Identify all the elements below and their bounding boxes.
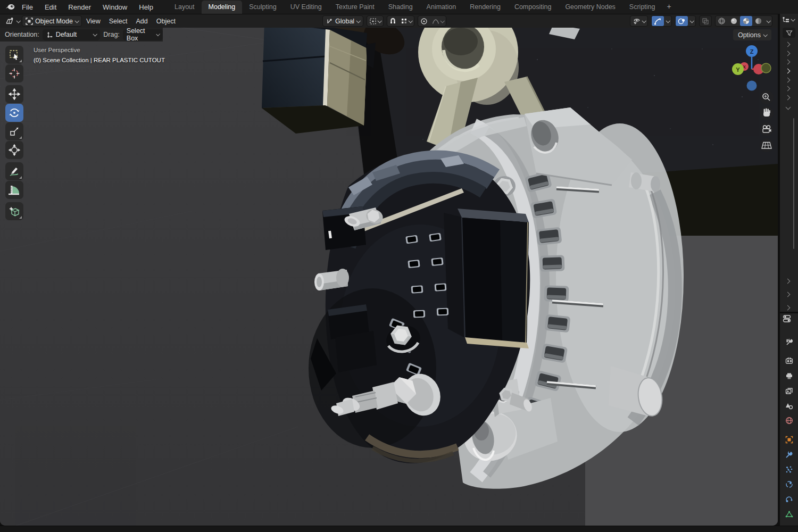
menu-view[interactable]: View [82, 18, 105, 25]
outliner-expand-row[interactable] [785, 95, 791, 101]
tool-add-cube[interactable] [5, 202, 23, 220]
properties-tab-scene[interactable] [784, 401, 794, 411]
properties-tab-physics[interactable] [784, 479, 794, 489]
snap-toggle[interactable] [387, 16, 398, 26]
zoom-button[interactable] [760, 90, 774, 104]
outliner-expand-row[interactable] [785, 60, 791, 65]
viewport-scene[interactable]: X Y Z [0, 28, 778, 526]
3d-viewport[interactable]: X Y Z [0, 28, 778, 526]
drag-label: Drag: [103, 31, 120, 38]
outliner-scrollbar[interactable] [793, 118, 794, 249]
xray-icon [702, 18, 709, 25]
transform-orientation-dropdown[interactable]: Global [322, 15, 363, 27]
tab-animation[interactable]: Animation [420, 1, 463, 14]
tool-measure[interactable] [5, 181, 23, 199]
menu-edit[interactable]: Edit [39, 3, 62, 11]
tab-uv-editing[interactable]: UV Editing [284, 1, 329, 14]
tab-modeling[interactable]: Modeling [202, 1, 243, 14]
options-button[interactable]: Options [733, 29, 771, 40]
show-overlays-toggle[interactable] [676, 16, 688, 26]
outliner-expand-row-active[interactable] [785, 69, 791, 74]
menu-help[interactable]: Help [133, 3, 159, 11]
outliner-expand-row[interactable] [785, 51, 791, 56]
properties-tab-view-layer[interactable] [784, 386, 794, 396]
menu-select[interactable]: Select [105, 18, 132, 25]
tool-cursor[interactable] [5, 64, 23, 82]
object-visibility-dropdown[interactable] [630, 15, 648, 27]
toolbar-group-select [5, 46, 23, 82]
orientation-dropdown[interactable]: Default [43, 29, 101, 40]
proportional-editing-toggle[interactable] [418, 16, 430, 26]
outliner-mode-chevron[interactable] [791, 17, 795, 21]
editor-type-selector[interactable] [3, 15, 22, 27]
rendered-sphere-icon [754, 17, 762, 25]
falloff-dropdown[interactable] [430, 16, 446, 26]
properties-tab-object-data[interactable] [784, 509, 794, 519]
outliner-collapse-row[interactable] [786, 105, 791, 110]
properties-tab-constraints[interactable] [784, 494, 794, 504]
gizmo-axis-z-neg[interactable] [747, 81, 757, 91]
outliner-expand-row[interactable] [785, 292, 791, 297]
properties-tab-object[interactable] [784, 435, 794, 445]
outliner-editor-icon[interactable] [782, 16, 790, 23]
properties-tab-tool[interactable] [784, 337, 794, 347]
overlays-dropdown[interactable] [688, 16, 695, 26]
perspective-grid-button[interactable] [760, 138, 774, 152]
shading-wireframe[interactable] [716, 16, 728, 26]
tool-select-box[interactable] [5, 46, 23, 64]
outliner-expand-row[interactable] [785, 86, 791, 92]
tool-settings-bar: Orientation: Default Drag: Select Box [0, 28, 163, 41]
properties-tab-modifiers[interactable] [784, 450, 794, 460]
tab-geometry-nodes[interactable]: Geometry Nodes [558, 1, 622, 14]
menu-add[interactable]: Add [132, 18, 152, 25]
outliner-expand-row[interactable] [785, 78, 791, 83]
blender-logo-icon[interactable] [4, 2, 16, 12]
add-workspace-button[interactable]: + [662, 0, 676, 14]
workspace-tabs: Layout Modeling Sculpting UV Editing Tex… [168, 0, 676, 14]
pivot-point-dropdown[interactable] [367, 15, 384, 27]
snap-settings-dropdown[interactable] [398, 16, 414, 26]
outliner-editor[interactable] [780, 14, 798, 312]
outliner-filter-button[interactable] [783, 28, 795, 38]
properties-tab-output[interactable] [784, 371, 794, 381]
properties-tab-world[interactable] [784, 415, 794, 426]
material-preview-sphere-icon [742, 17, 750, 25]
show-gizmos-toggle[interactable] [652, 16, 664, 26]
shading-rendered[interactable] [752, 16, 764, 26]
tab-compositing[interactable]: Compositing [508, 1, 558, 14]
camera-view-button[interactable] [760, 122, 774, 136]
menu-object[interactable]: Object [152, 18, 180, 25]
shading-dropdown[interactable] [764, 16, 772, 26]
outliner-expand-row[interactable] [785, 279, 791, 284]
outliner-expand-row[interactable] [785, 42, 791, 47]
mode-dropdown[interactable]: Object Mode [22, 15, 82, 27]
properties-tab-particles[interactable] [784, 464, 794, 475]
tab-layout[interactable]: Layout [168, 1, 202, 14]
outliner-expand-row[interactable] [785, 305, 791, 311]
tab-shading[interactable]: Shading [381, 1, 420, 14]
tool-move[interactable] [5, 85, 23, 103]
tab-texture-paint[interactable]: Texture Paint [329, 1, 381, 14]
shading-solid[interactable] [728, 16, 740, 26]
properties-editor-icon[interactable] [783, 314, 792, 323]
gizmo-axis-y-neg[interactable] [761, 63, 771, 73]
toggle-xray[interactable] [700, 16, 711, 26]
tool-annotate[interactable] [5, 162, 23, 180]
tab-sculpting[interactable]: Sculpting [242, 1, 283, 14]
shading-material-preview[interactable] [740, 16, 752, 26]
pan-hand-button[interactable] [760, 106, 774, 120]
gizmos-dropdown[interactable] [664, 16, 671, 26]
menu-render[interactable]: Render [62, 3, 97, 11]
properties-editor[interactable] [780, 313, 798, 526]
properties-tab-material[interactable] [784, 524, 794, 526]
drag-dropdown[interactable]: Select Box [123, 29, 163, 40]
tool-rotate[interactable] [5, 104, 23, 122]
snap-magnet-icon [389, 18, 396, 24]
tool-scale[interactable] [5, 122, 23, 140]
tool-transform[interactable] [5, 141, 23, 159]
tab-rendering[interactable]: Rendering [463, 1, 508, 14]
menu-file[interactable]: File [16, 3, 39, 11]
properties-tab-render[interactable] [784, 355, 794, 365]
menu-window[interactable]: Window [97, 3, 133, 11]
tab-scripting[interactable]: Scripting [622, 1, 662, 14]
